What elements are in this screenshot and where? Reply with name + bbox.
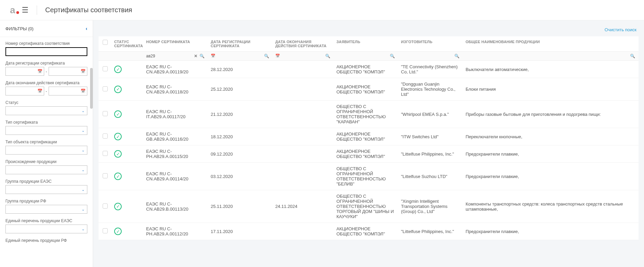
- table-row[interactable]: ✓ ЕАЭС RU С-IT.АВ29.А.00117/20 21.12.202…: [99, 101, 639, 128]
- reg-date-from-input[interactable]: [5, 67, 44, 76]
- cell-product: Выключатели автоматические,: [463, 61, 639, 78]
- table-row[interactable]: ✓ ЕАЭС RU С-CN.АВ29.В.00113/20 25.11.202…: [99, 190, 639, 223]
- table-row[interactable]: ✓ ЕАЭС RU С-PH.АВ29.А.00115/20 09.12.202…: [99, 145, 639, 163]
- cert-type-select[interactable]: [5, 126, 87, 135]
- row-checkbox[interactable]: [103, 111, 108, 116]
- row-checkbox[interactable]: [103, 66, 108, 71]
- table-row[interactable]: ✓ ЕАЭС RU С-PH.АВ29.А.00112/20 17.11.202…: [99, 223, 639, 240]
- cell-applicant: АКЦИОНЕРНОЕ ОБЩЕСТВО "КОМПЭЛ": [334, 61, 398, 78]
- cell-product: Предохранители плавкие,: [463, 145, 639, 163]
- cell-applicant: АКЦИОНЕРНОЕ ОБЩЕСТВО "КОМПЭЛ": [334, 223, 398, 240]
- cert-number-label: Номер сертификата соответствия: [5, 41, 87, 46]
- cell-reg-date: 03.12.2020: [208, 163, 273, 190]
- cell-product: Предохранители плавкие,: [463, 223, 639, 240]
- filter-product-input[interactable]: [466, 54, 636, 58]
- col-number-header[interactable]: НОМЕР СЕРТИФИКАТА: [143, 36, 208, 52]
- search-icon[interactable]: 🔍: [630, 54, 635, 58]
- row-checkbox[interactable]: [103, 228, 108, 233]
- cell-number: ЕАЭС RU С-PH.АВ29.А.00112/20: [143, 223, 208, 240]
- cell-manufacturer: "TE Connectivity (Shenzhen) Co, Ltd.": [398, 61, 463, 78]
- search-icon[interactable]: 🔍: [199, 54, 205, 58]
- select-all-checkbox[interactable]: [103, 40, 108, 45]
- col-product-header[interactable]: ОБЩЕЕ НАИМЕНОВАНИЕ ПРОДУКЦИИ: [463, 36, 639, 52]
- status-label: Статус: [5, 100, 87, 105]
- clear-filter-icon[interactable]: ✕: [194, 54, 197, 58]
- exp-date-from-input[interactable]: [5, 87, 44, 95]
- status-ok-icon: ✓: [114, 173, 122, 180]
- cell-applicant: АКЦИОНЕРНОЕ ОБЩЕСТВО "КОМПЭЛ": [334, 78, 398, 101]
- table-row[interactable]: ✓ ЕАЭС RU С-CN.АВ29.А.00119/20 28.12.202…: [99, 61, 639, 78]
- search-icon[interactable]: 🔍: [325, 54, 330, 58]
- cell-reg-date: 18.12.2020: [208, 128, 273, 145]
- group-eaes-select[interactable]: [5, 185, 87, 194]
- cell-manufacturer: "Whirlpool EMEA S.p.a.": [398, 101, 463, 128]
- cell-number: ЕАЭС RU С-IT.АВ29.А.00117/20: [143, 101, 208, 128]
- logo-dot-icon: [16, 11, 19, 14]
- filter-applicant-input[interactable]: [336, 54, 396, 58]
- cell-number: ЕАЭС RU С-GB.АВ29.А.00116/20: [143, 128, 208, 145]
- menu-icon[interactable]: ☰: [22, 6, 29, 15]
- calendar-icon[interactable]: 📅: [211, 54, 215, 58]
- status-ok-icon: ✓: [114, 110, 122, 118]
- object-type-label: Тип объекта сертификации: [5, 140, 87, 144]
- row-checkbox[interactable]: [103, 203, 108, 209]
- row-checkbox[interactable]: [103, 86, 108, 91]
- cell-manufacturer: "ITW Switches Ltd": [398, 128, 463, 145]
- unified-eaes-label: Единый перечень продукции ЕАЭС: [5, 218, 87, 223]
- collapse-sidebar-icon[interactable]: ‹: [86, 26, 87, 31]
- cell-manufacturer: "Xingmin Intelligent Transportation Syst…: [398, 190, 463, 223]
- cell-reg-date: 09.12.2020: [208, 145, 273, 163]
- search-icon[interactable]: 🔍: [264, 54, 269, 58]
- cell-exp-date: 24.11.2024: [273, 190, 334, 223]
- status-ok-icon: ✓: [114, 228, 122, 235]
- origin-select[interactable]: [5, 165, 87, 174]
- cell-reg-date: 25.11.2020: [208, 190, 273, 223]
- cert-number-input[interactable]: [5, 47, 87, 56]
- cell-reg-date: 25.12.2020: [208, 78, 273, 101]
- filter-sidebar: ФИЛЬТРЫ (0) ‹ Номер сертификата соответс…: [0, 20, 93, 267]
- table-row[interactable]: ✓ ЕАЭС RU С-CN.АВ29.А.00114/20 03.12.202…: [99, 163, 639, 190]
- cell-product: Переключатели кнопочные,: [463, 128, 639, 145]
- cell-exp-date: [273, 223, 334, 240]
- origin-label: Происхождение продукции: [5, 159, 87, 164]
- search-icon[interactable]: 🔍: [390, 54, 395, 58]
- col-manuf-header[interactable]: ИЗГОТОВИТЕЛЬ: [398, 36, 463, 52]
- col-applicant-header[interactable]: ЗАЯВИТЕЛЬ: [334, 36, 398, 52]
- cert-type-label: Тип сертификата: [5, 120, 87, 125]
- reg-date-to-input[interactable]: [49, 67, 87, 76]
- cell-exp-date: [273, 78, 334, 101]
- cell-reg-date: 17.11.2020: [208, 223, 273, 240]
- cell-manufacturer: "Dongguan Guanjin Electronics Technology…: [398, 78, 463, 101]
- unified-eaes-select[interactable]: [5, 225, 87, 233]
- cell-number: ЕАЭС RU С-CN.АВ29.В.00113/20: [143, 190, 208, 223]
- search-icon[interactable]: 🔍: [454, 54, 459, 58]
- exp-date-label: Дата окончания действия сертификата: [5, 81, 87, 85]
- divider: [37, 5, 37, 15]
- filter-manuf-input[interactable]: [401, 54, 460, 58]
- table-header-row: СТАТУС СЕРТИФИКАТА НОМЕР СЕРТИФИКАТА ДАТ…: [99, 36, 639, 52]
- filters-title: ФИЛЬТРЫ (0): [5, 26, 34, 31]
- cell-manufacturer: "Littelfuse Philippines, Inc.": [398, 223, 463, 240]
- cell-product: Компоненты транспортных средств: колеса …: [463, 190, 639, 223]
- cell-manufacturer: "Littelfuse Suzhou LTD": [398, 163, 463, 190]
- clear-search-link[interactable]: Очистить поиск: [99, 26, 639, 36]
- row-checkbox[interactable]: [103, 134, 108, 139]
- exp-date-to-input[interactable]: [49, 87, 87, 95]
- row-checkbox[interactable]: [103, 151, 108, 156]
- group-rf-select[interactable]: [5, 205, 87, 214]
- cell-number: ЕАЭС RU С-CN.АВ29.А.00114/20: [143, 163, 208, 190]
- calendar-icon[interactable]: 📅: [275, 54, 280, 58]
- cell-exp-date: [273, 61, 334, 78]
- group-eaes-label: Группа продукции ЕАЭС: [5, 179, 87, 184]
- col-status-header[interactable]: СТАТУС СЕРТИФИКАТА: [111, 36, 143, 52]
- col-reg-header[interactable]: ДАТА РЕГИСТРАЦИИ СЕРТИФИКАТА: [208, 36, 273, 52]
- status-select[interactable]: [5, 106, 87, 115]
- table-row[interactable]: ✓ ЕАЭС RU С-GB.АВ29.А.00116/20 18.12.202…: [99, 128, 639, 145]
- row-checkbox[interactable]: [103, 173, 108, 178]
- table-row[interactable]: ✓ ЕАЭС RU С-CN.АВ29.А.00118/20 25.12.202…: [99, 78, 639, 101]
- col-exp-header[interactable]: ДАТА ОКОНЧАНИЯ ДЕЙСТВИЯ СЕРТИФИКАТА: [273, 36, 334, 52]
- sidebar-scrollbar[interactable]: [90, 68, 93, 109]
- object-type-select[interactable]: [5, 146, 87, 155]
- app-header: a ☰ Сертификаты соответствия: [0, 0, 644, 20]
- cell-reg-date: 21.12.2020: [208, 101, 273, 128]
